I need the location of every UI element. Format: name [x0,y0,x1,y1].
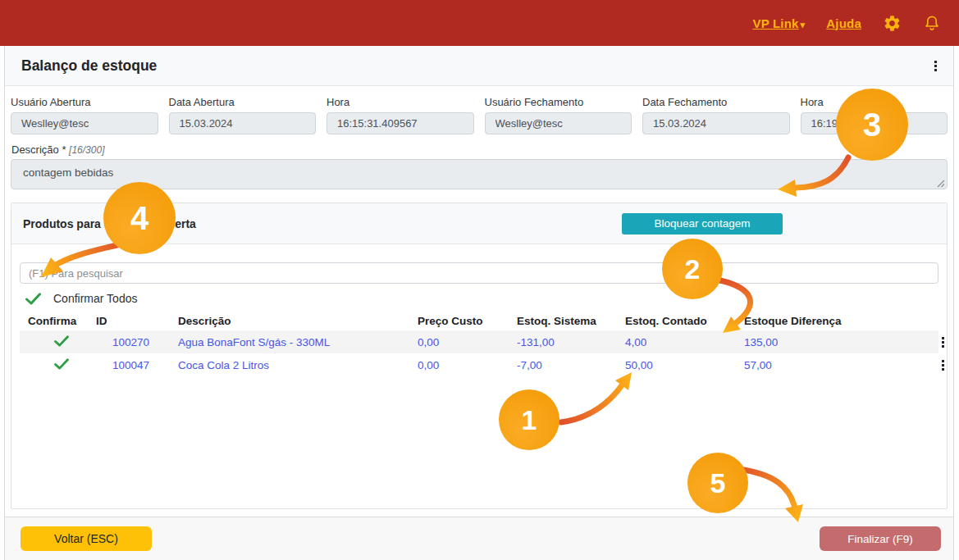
product-description-link[interactable]: Agua BonaFont S/gás - 330ML [178,336,330,348]
table-header-row: Confirma ID Descrição Preço Custo Estoq.… [20,311,938,330]
estoque-diferenca-value[interactable]: 57,00 [744,359,937,371]
field-label: Usuário Abertura [11,96,158,108]
callout-circle-1: 1 [499,389,559,450]
table-row: 100047 Coca Cola 2 Litros 0,00 -7,00 50,… [20,353,938,376]
descricao-label: Descrição * [16/300] [11,143,948,156]
field-usuario-fechamento: Usuário Fechamento [485,96,632,134]
estoque-diferenca-value[interactable]: 135,00 [744,336,937,348]
field-usuario-abertura: Usuário Abertura [11,96,158,134]
bloquear-contagem-button[interactable]: Bloquear contagem [622,213,783,234]
estoq-contado-value[interactable]: 50,00 [625,359,744,371]
table-body: 100270 Agua BonaFont S/gás - 330ML 0,00 … [20,330,938,376]
row-menu-kebab-icon[interactable] [937,334,949,351]
voltar-button[interactable]: Voltar (ESC) [21,526,152,551]
field-data-fechamento: Data Fechamento [642,96,790,134]
field-hora-abertura: Hora [327,96,474,134]
products-card-body: Confirmar Todos Confirma ID Descrição Pr… [11,244,947,508]
col-id: ID [96,315,178,327]
preco-custo-value[interactable]: 0,00 [418,336,517,348]
row-confirm-check-icon[interactable] [28,358,69,370]
balance-header-form: Usuário Abertura Data Abertura Hora Usuá… [5,86,953,192]
row-menu-kebab-icon[interactable] [937,357,949,374]
page-title: Balanço de estoque [21,57,157,75]
confirm-all-check-icon[interactable] [25,293,41,305]
search-input[interactable] [20,262,938,284]
top-navigation-bar: VP Link▾ Ajuda [0,0,959,46]
col-preco-custo: Preço Custo [418,315,517,327]
field-label: Hora [327,96,474,108]
estoq-sistema-value[interactable]: -7,00 [517,359,625,371]
col-estoque-diferenca: Estoque Diferença [744,315,937,327]
estoq-sistema-value[interactable]: -131,00 [517,336,625,348]
ajuda-link[interactable]: Ajuda [826,16,861,30]
field-label: Data Fechamento [642,96,790,108]
col-estoq-sistema: Estoq. Sistema [517,315,625,327]
page-menu-kebab-icon[interactable] [929,57,942,75]
footer-action-bar: Voltar (ESC) Finalizar (F9) [5,517,953,560]
field-data-abertura: Data Abertura [169,96,317,134]
hora-abertura-input[interactable] [327,112,474,134]
preco-custo-value[interactable]: 0,00 [418,359,517,371]
product-id-link[interactable]: 100270 [96,336,149,348]
settings-gear-icon[interactable] [883,14,902,33]
col-confirma: Confirma [28,315,96,327]
chevron-down-icon: ▾ [801,20,806,30]
confirm-all-row: Confirmar Todos [25,292,938,305]
callout-circle-4: 4 [103,182,176,254]
vp-link-menu[interactable]: VP Link▾ [752,16,805,30]
usuario-fechamento-input[interactable] [485,112,632,134]
confirm-all-label: Confirmar Todos [53,292,137,305]
product-description-link[interactable]: Coca Cola 2 Litros [178,359,269,371]
field-label: Usuário Fechamento [485,96,632,108]
main-content: Balanço de estoque Usuário Abertura Data… [4,46,954,560]
resize-handle-icon[interactable] [937,180,945,188]
product-id-link[interactable]: 100047 [96,359,149,371]
callout-circle-2: 2 [662,239,723,299]
field-label: Data Abertura [169,96,317,108]
callout-circle-5: 5 [687,453,748,513]
data-abertura-input[interactable] [169,112,317,134]
page-title-bar: Balanço de estoque [5,46,953,86]
data-fechamento-input[interactable] [642,112,790,134]
descricao-counter: [16/300] [69,144,104,156]
products-table: Confirma ID Descrição Preço Custo Estoq.… [20,311,938,376]
notifications-bell-icon[interactable] [923,14,941,33]
estoq-contado-value[interactable]: 4,00 [625,336,744,348]
table-row: 100270 Agua BonaFont S/gás - 330ML 0,00 … [20,330,938,353]
col-descricao: Descrição [178,315,418,327]
callout-circle-3: 3 [836,89,908,161]
usuario-abertura-input[interactable] [11,112,158,134]
col-estoq-contado: Estoq. Contado [625,315,744,327]
row-confirm-check-icon[interactable] [28,335,69,347]
finalizar-button[interactable]: Finalizar (F9) [820,526,941,551]
